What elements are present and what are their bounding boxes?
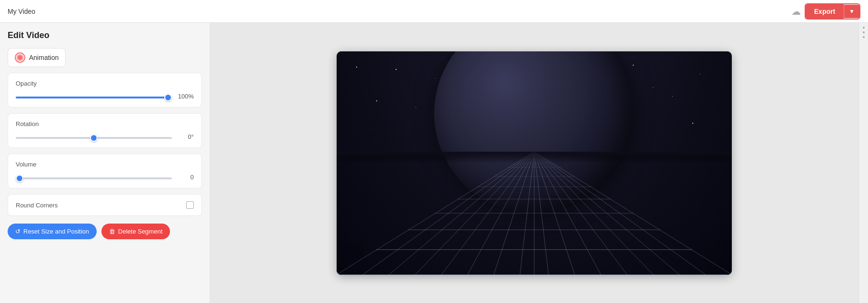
opacity-slider-row: 100%: [16, 92, 194, 100]
round-corners-checkbox[interactable]: [186, 201, 194, 209]
rotation-slider-container: [16, 132, 172, 141]
export-button[interactable]: Export: [806, 4, 844, 19]
rotation-label: Rotation: [16, 120, 194, 127]
star: [700, 74, 700, 74]
volume-card: Volume 0: [8, 154, 202, 188]
top-bar-right: ☁ Export ▼: [791, 3, 860, 20]
video-preview: [337, 51, 732, 275]
page-title: Edit Video: [8, 30, 202, 40]
opacity-label: Opacity: [16, 80, 194, 87]
export-chevron-button[interactable]: ▼: [844, 5, 859, 18]
star: [416, 107, 416, 108]
delete-segment-button[interactable]: 🗑 Delete Segment: [101, 224, 170, 239]
round-corners-label: Round Corners: [16, 202, 58, 209]
volume-slider-row: 0: [16, 173, 194, 181]
main-layout: Edit Video Animation Opacity 100% Rotati…: [0, 23, 868, 303]
star: [653, 87, 653, 88]
bottom-buttons: ↺ Reset Size and Position 🗑 Delete Segme…: [8, 224, 202, 239]
top-bar: My Video ☁ Export ▼: [0, 0, 868, 23]
reset-size-position-button[interactable]: ↺ Reset Size and Position: [8, 224, 97, 239]
star: [376, 100, 377, 101]
reset-btn-label: Reset Size and Position: [23, 228, 89, 235]
animation-icon-inner: [19, 56, 21, 59]
star: [672, 96, 673, 97]
cloud-icon[interactable]: ☁: [791, 6, 801, 17]
volume-slider[interactable]: [16, 177, 172, 179]
round-corners-card: Round Corners: [8, 194, 202, 216]
animation-icon: [15, 52, 25, 63]
trash-icon: 🗑: [109, 228, 115, 235]
volume-slider-container: [16, 173, 172, 181]
left-panel: Edit Video Animation Opacity 100% Rotati…: [0, 23, 210, 303]
opacity-slider-container: [16, 92, 172, 100]
scene: [337, 51, 732, 275]
opacity-slider[interactable]: [16, 97, 172, 98]
rotation-value: 0°: [177, 133, 194, 140]
star: [692, 123, 693, 124]
star: [435, 78, 436, 78]
video-title: My Video: [8, 8, 35, 15]
sidebar-dot: [863, 27, 865, 29]
delete-btn-label: Delete Segment: [118, 228, 162, 235]
export-btn-group: Export ▼: [805, 3, 860, 20]
opacity-card: Opacity 100%: [8, 73, 202, 108]
animation-button[interactable]: Animation: [8, 48, 66, 67]
right-sidebar: [858, 23, 868, 303]
sidebar-dot: [863, 36, 865, 38]
reset-icon: ↺: [15, 228, 20, 235]
star: [396, 69, 397, 70]
svg-rect-27: [337, 152, 732, 190]
star: [356, 67, 357, 68]
star: [633, 65, 634, 66]
sidebar-dot: [863, 31, 865, 33]
right-content: [210, 23, 858, 303]
volume-value: 0: [177, 174, 194, 181]
grid-floor: [337, 152, 732, 275]
rotation-card: Rotation 0°: [8, 113, 202, 148]
rotation-slider-row: 0°: [16, 132, 194, 141]
opacity-value: 100%: [177, 93, 194, 100]
grid-svg: [337, 152, 732, 275]
rotation-slider[interactable]: [16, 137, 172, 139]
volume-label: Volume: [16, 161, 194, 168]
animation-button-label: Animation: [29, 54, 59, 61]
